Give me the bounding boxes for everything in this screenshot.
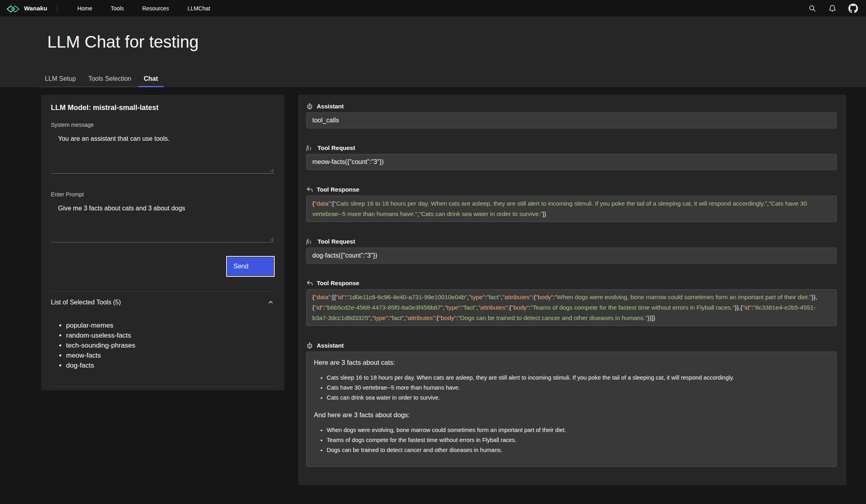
tool-request-box: dog-facts({"count":"3"}) bbox=[306, 248, 837, 264]
tab-bar: LLM Setup Tools Selection Chat bbox=[39, 71, 164, 87]
list-item: Dogs can be trained to detect cancer and… bbox=[327, 445, 829, 455]
chat-conversation-panel: Assistant tool_calls f() Tool Request me… bbox=[298, 95, 846, 485]
json-string: "fact" bbox=[462, 304, 476, 311]
json-string: "Dogs can be trained to detect cancer an… bbox=[458, 314, 647, 321]
json-key: "data" bbox=[314, 200, 331, 207]
header-action-icons bbox=[808, 4, 866, 13]
list-item: tech-sounding-phrases bbox=[66, 340, 275, 350]
assistant-message-block: Assistant tool_calls bbox=[306, 102, 837, 128]
chevron-up-icon[interactable] bbox=[267, 299, 274, 306]
json-key: "type" bbox=[372, 314, 388, 321]
block-label: Tool Response bbox=[317, 280, 359, 286]
json-string: "Cats can drink sea water in order to su… bbox=[419, 210, 543, 217]
list-item: Cats can drink sea water in order to sur… bbox=[327, 393, 829, 403]
block-label: Tool Request bbox=[317, 144, 355, 151]
json-key: "attributes" bbox=[502, 294, 532, 300]
page-header-section: LLM Chat for testing LLM Setup Tools Sel… bbox=[0, 16, 866, 87]
nav-divider bbox=[57, 4, 57, 13]
tool-request-block: f() Tool Request dog-facts({"count":"3"}… bbox=[306, 237, 837, 264]
json-key: "id" bbox=[336, 294, 345, 300]
search-icon[interactable] bbox=[808, 4, 816, 12]
json-key: "body" bbox=[511, 304, 529, 311]
bot-icon bbox=[306, 103, 313, 110]
json-string: "fact" bbox=[390, 314, 404, 321]
dog-facts-list: When dogs were evolving, bone marrow cou… bbox=[314, 425, 829, 455]
assistant-answer-box: Here are 3 facts about cats: Cats sleep … bbox=[306, 352, 837, 467]
list-item: popular-memes bbox=[66, 320, 275, 330]
block-label: Tool Request bbox=[317, 238, 355, 245]
assistant-message-box: tool_calls bbox=[306, 112, 837, 128]
prompt-wrap: Give me 3 facts about cats and 3 about d… bbox=[51, 198, 275, 242]
json-punctuation: ]} bbox=[543, 210, 546, 217]
tab-chat[interactable]: Chat bbox=[138, 71, 164, 87]
list-item: Cats have 30 vertebrae--5 more than huma… bbox=[327, 383, 829, 393]
tool-response-box: {"data":[{"id":"1d0e11c6-6c96-4e40-a731-… bbox=[306, 289, 837, 326]
tool-request-box: meow-facts({"count":"3"}) bbox=[306, 154, 837, 170]
nav-item-home[interactable]: Home bbox=[77, 5, 92, 12]
system-message-label: System message bbox=[51, 122, 275, 128]
json-key: "body" bbox=[535, 294, 553, 300]
json-string: "Teams of dogs compete for the fastest t… bbox=[530, 304, 735, 311]
tool-response-header: Tool Response bbox=[306, 279, 837, 287]
assistant-message-block: Assistant Here are 3 facts about cats: C… bbox=[306, 341, 837, 467]
brand-name: Wanaku bbox=[24, 5, 47, 12]
selected-tools-accordion-header[interactable]: List of Selected Tools (5) bbox=[51, 292, 275, 312]
json-punctuation: :[{ bbox=[331, 294, 336, 300]
list-item: When dogs were evolving, bone marrow cou… bbox=[327, 425, 829, 435]
tool-response-header: Tool Response bbox=[306, 185, 837, 193]
tab-tools-selection[interactable]: Tools Selection bbox=[82, 71, 137, 87]
block-label: Tool Response bbox=[317, 186, 359, 193]
json-key: "id" bbox=[742, 304, 751, 311]
send-button[interactable]: Send bbox=[226, 256, 275, 277]
prompt-label: Enter Prompt bbox=[51, 191, 275, 198]
tab-llm-setup[interactable]: LLM Setup bbox=[39, 71, 81, 87]
json-string: "1d0e11c6-6c96-4e40-a731-99e10010e04b" bbox=[347, 294, 467, 300]
system-message-input[interactable]: You are an assistant that can use tools. bbox=[51, 128, 275, 174]
tool-response-block: Tool Response {"data":["Cats sleep 16 to… bbox=[306, 185, 837, 222]
tool-response-block: Tool Response {"data":[{"id":"1d0e11c6-6… bbox=[306, 279, 837, 326]
list-item: random-useless-facts bbox=[66, 330, 275, 340]
nav-item-llmchat[interactable]: LLMChat bbox=[187, 5, 210, 12]
list-item: meow-facts bbox=[66, 350, 275, 360]
json-key: "id" bbox=[314, 304, 323, 311]
notifications-bell-icon[interactable] bbox=[828, 4, 836, 12]
json-punctuation: :{ bbox=[508, 304, 511, 311]
main-nav: Home Tools Resources LLMChat bbox=[77, 5, 210, 12]
tool-request-block: f() Tool Request meow-facts({"count":"3"… bbox=[306, 144, 837, 170]
github-icon[interactable] bbox=[848, 4, 858, 13]
reply-arrow-icon bbox=[306, 186, 313, 193]
bot-icon bbox=[306, 342, 313, 349]
json-key: "attributes" bbox=[406, 314, 435, 321]
function-icon: f() bbox=[306, 238, 314, 245]
model-title: LLM Model: mistral-small-latest bbox=[51, 104, 275, 112]
json-punctuation: }},{ bbox=[735, 304, 742, 311]
wanaku-logo-icon bbox=[6, 2, 20, 14]
json-punctuation: }}]} bbox=[647, 314, 655, 321]
json-punctuation: :{ bbox=[435, 314, 438, 321]
json-string: "fact" bbox=[486, 294, 500, 300]
tool-response-box: {"data":["Cats sleep 16 to 18 hours per … bbox=[306, 196, 837, 222]
json-key: "data" bbox=[314, 294, 331, 300]
selected-tools-list: popular-memesrandom-useless-factstech-so… bbox=[51, 320, 275, 370]
nav-item-resources[interactable]: Resources bbox=[142, 5, 169, 12]
assistant-header: Assistant bbox=[306, 341, 837, 349]
list-item: Teams of dogs compete for the fastest ti… bbox=[327, 435, 829, 445]
reply-arrow-icon bbox=[306, 280, 313, 286]
json-string: "Cats sleep 16 to 18 hours per day. When… bbox=[334, 200, 767, 207]
cat-facts-list: Cats sleep 16 to 18 hours per day. When … bbox=[314, 373, 829, 403]
page-title: LLM Chat for testing bbox=[0, 16, 866, 52]
divider bbox=[51, 386, 275, 387]
block-label: Assistant bbox=[317, 342, 344, 349]
block-label: Assistant bbox=[317, 103, 344, 110]
prompt-input[interactable]: Give me 3 facts about cats and 3 about d… bbox=[51, 198, 275, 242]
json-key: "attributes" bbox=[478, 304, 508, 311]
selected-tools-title: List of Selected Tools (5) bbox=[51, 299, 121, 306]
json-string: "When dogs were evolving, bone marrow co… bbox=[555, 294, 812, 300]
json-key: "type" bbox=[444, 304, 460, 311]
json-key: "body" bbox=[439, 314, 456, 321]
function-icon: f() bbox=[306, 144, 314, 151]
nav-item-tools[interactable]: Tools bbox=[111, 5, 124, 12]
json-punctuation: :[ bbox=[331, 200, 334, 207]
cats-intro: Here are 3 facts about cats: bbox=[314, 358, 829, 367]
dogs-intro: And here are 3 facts about dogs: bbox=[314, 410, 829, 420]
